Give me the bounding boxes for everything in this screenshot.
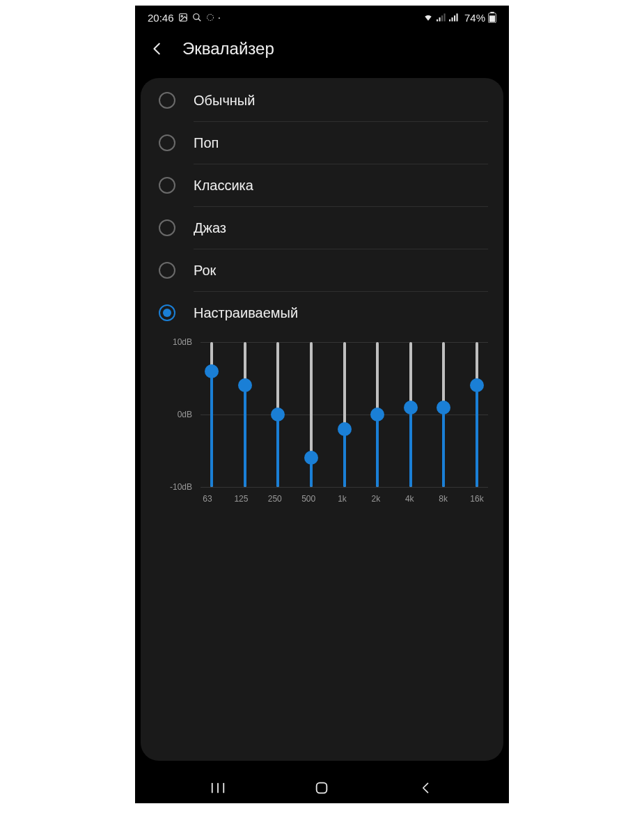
eq-slider-500[interactable]	[304, 342, 318, 487]
eq-slider-1k[interactable]	[338, 342, 352, 487]
preset-label: Джаз	[194, 220, 488, 236]
equalizer-panel: 10dB 0dB -10dB 631252505001k2k4k8k16k	[141, 334, 503, 504]
nav-back-button[interactable]	[416, 778, 436, 798]
eq-slider-63[interactable]	[205, 342, 219, 487]
eq-y-tick-mid: 0dB	[178, 410, 192, 419]
eq-track-fill	[244, 385, 246, 487]
eq-track-fill	[276, 415, 279, 487]
svg-rect-11	[456, 13, 457, 21]
eq-slider-16k[interactable]	[470, 342, 484, 487]
eq-band-label: 250	[268, 494, 282, 504]
eq-thumb[interactable]	[370, 408, 384, 421]
eq-track-fill	[376, 415, 379, 487]
page-title: Эквалайзер	[182, 39, 274, 59]
eq-slider-8k[interactable]	[437, 342, 450, 487]
preset-option-jazz[interactable]: Джаз	[141, 207, 503, 249]
eq-band-label: 1k	[336, 494, 350, 504]
svg-rect-9	[451, 17, 453, 22]
eq-band-label: 8k	[437, 494, 450, 504]
svg-point-2	[193, 14, 198, 20]
eq-x-axis: 631252505001k2k4k8k16k	[159, 494, 488, 504]
loading-icon	[206, 13, 214, 22]
radio-custom[interactable]	[159, 304, 175, 321]
eq-slider-4k[interactable]	[404, 342, 418, 487]
signal-icon-2	[449, 13, 459, 22]
svg-rect-4	[437, 20, 438, 22]
eq-thumb[interactable]	[271, 408, 285, 421]
eq-thumb[interactable]	[304, 451, 318, 465]
nav-bar	[135, 773, 509, 803]
preset-option-classic[interactable]: Классика	[141, 164, 503, 206]
eq-track-fill	[442, 408, 445, 487]
status-time: 20:46	[148, 12, 174, 24]
search-icon	[192, 13, 202, 22]
preset-option-normal[interactable]: Обычный	[141, 79, 503, 121]
signal-icon-1	[437, 13, 446, 22]
eq-thumb[interactable]	[470, 378, 484, 392]
preset-label: Поп	[194, 135, 488, 151]
svg-point-1	[181, 15, 182, 17]
eq-thumb[interactable]	[404, 401, 418, 415]
radio-pop[interactable]	[159, 134, 175, 151]
status-bar: 20:46 • 74%	[135, 6, 509, 29]
svg-rect-10	[454, 15, 455, 21]
svg-rect-7	[443, 13, 445, 21]
eq-band-label: 2k	[369, 494, 383, 504]
eq-band-label: 16k	[470, 494, 484, 504]
svg-rect-5	[439, 17, 440, 22]
page-header: Эквалайзер	[135, 29, 509, 74]
eq-y-tick-top: 10dB	[173, 337, 192, 347]
svg-rect-14	[489, 15, 495, 22]
radio-jazz[interactable]	[159, 219, 175, 236]
eq-band-label: 125	[234, 494, 248, 504]
device-screen: 20:46 • 74%	[135, 6, 509, 803]
battery-icon	[488, 12, 496, 23]
preset-label: Рок	[194, 263, 488, 279]
radio-rock[interactable]	[159, 262, 175, 279]
eq-thumb[interactable]	[205, 364, 219, 378]
battery-text: 74%	[464, 12, 485, 24]
eq-sliders	[201, 342, 488, 487]
eq-thumb[interactable]	[238, 378, 252, 392]
gallery-icon	[178, 13, 188, 22]
eq-slider-250[interactable]	[271, 342, 285, 487]
eq-slider-2k[interactable]	[370, 342, 384, 487]
svg-point-3	[207, 15, 213, 21]
wifi-icon	[423, 13, 434, 22]
preset-option-custom[interactable]: Настраиваемый	[141, 292, 503, 334]
eq-track-fill	[210, 371, 213, 487]
nav-recents-button[interactable]	[208, 778, 228, 798]
svg-rect-18	[317, 783, 327, 794]
eq-band-label: 500	[301, 494, 315, 504]
radio-classic[interactable]	[159, 177, 175, 194]
eq-y-axis: 10dB 0dB -10dB	[159, 342, 196, 487]
eq-gridline	[201, 487, 488, 488]
eq-y-tick-bot: -10dB	[170, 482, 192, 492]
eq-track-fill	[343, 429, 346, 487]
eq-thumb[interactable]	[338, 422, 352, 436]
back-button[interactable]	[148, 39, 167, 59]
preset-option-rock[interactable]: Рок	[141, 249, 503, 291]
svg-rect-8	[449, 20, 450, 22]
options-card: ОбычныйПопКлассикаДжазРокНастраиваемый 1…	[141, 78, 503, 761]
status-right: 74%	[423, 12, 496, 24]
radio-normal[interactable]	[159, 92, 175, 109]
svg-rect-6	[441, 15, 443, 21]
eq-slider-125[interactable]	[238, 342, 252, 487]
preset-label: Классика	[194, 178, 488, 194]
preset-label: Настраиваемый	[194, 305, 488, 321]
eq-track-fill	[476, 385, 478, 487]
preset-option-pop[interactable]: Поп	[141, 122, 503, 164]
nav-home-button[interactable]	[312, 778, 331, 798]
eq-band-label: 4k	[402, 494, 416, 504]
eq-thumb[interactable]	[437, 401, 450, 415]
eq-band-label: 63	[201, 494, 214, 504]
preset-label: Обычный	[194, 93, 488, 109]
status-left: 20:46 •	[148, 12, 220, 24]
dot-icon: •	[219, 15, 221, 21]
eq-track-fill	[409, 408, 412, 487]
